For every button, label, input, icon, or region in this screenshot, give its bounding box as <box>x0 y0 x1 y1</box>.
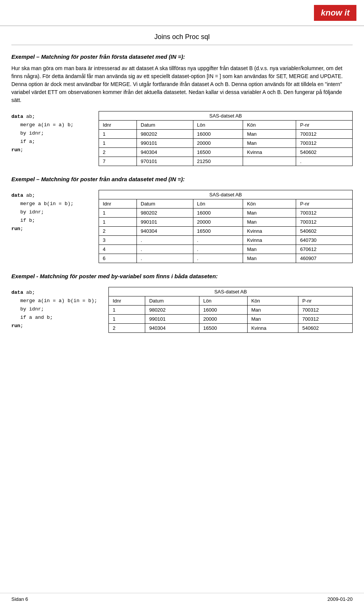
col-header-datum: Datum <box>137 121 193 130</box>
col-header-datum: Datum <box>137 199 193 208</box>
section-2: Exempel – Matchning för poster från andr… <box>11 175 353 263</box>
section-3-table: Idnr Datum Lön Kön P-nr 198020216000Man7… <box>108 296 353 333</box>
section-1-table-title: SAS-datset AB <box>99 111 353 120</box>
footer-page-label: Sidan 6 <box>11 596 28 602</box>
table-row: 198020216000Man700312 <box>99 130 353 139</box>
col-header-lon: Lön <box>193 199 243 208</box>
table-row: 3..Kvinna640730 <box>99 236 353 245</box>
section-1-table-container: SAS-datset AB Idnr Datum Lön Kön P-nr <box>99 111 353 166</box>
page-title-section: Joins och Proc sql <box>11 26 353 45</box>
col-header-pnr: P-nr <box>296 121 353 130</box>
code-keyword: run <box>11 323 20 329</box>
section-2-code: data ab; merge a b(in = b); by idnr; if … <box>11 190 87 233</box>
table-row: 797010121250. <box>99 157 353 166</box>
section-2-table: Idnr Datum Lön Kön P-nr 198020216000Man7… <box>99 199 353 263</box>
code-keyword: data <box>11 193 23 198</box>
table-row: 4..Man670612 <box>99 245 353 254</box>
code-text: ; <box>20 226 23 232</box>
section-1-code: data ab; merge a(in = a) b; by idnr; if … <box>11 111 87 154</box>
col-header-idnr: Idnr <box>109 296 145 306</box>
table-row: 199010120000Man700312 <box>109 315 353 324</box>
col-header-datum: Datum <box>145 296 199 306</box>
table-row: 198020216000Man700312 <box>109 306 353 315</box>
table-row: 294030416500Kvinna540602 <box>109 324 353 333</box>
code-keyword: run <box>11 147 20 153</box>
page-title: Joins och Proc sql <box>154 33 210 41</box>
section-2-table-title: SAS-datset AB <box>99 190 353 199</box>
code-keyword: data <box>11 114 23 119</box>
code-text: ; <box>20 147 23 153</box>
content: Exempel – Matchning för poster från förs… <box>0 45 364 350</box>
col-header-kon: Kön <box>247 296 298 306</box>
table-row: 6..Man460907 <box>99 254 353 263</box>
code-text: by idnr; <box>11 209 44 215</box>
table-row: 199010120000Man700312 <box>99 218 353 227</box>
col-header-pnr: P-nr <box>298 296 353 306</box>
code-text: merge a b(in = b); <box>11 201 74 207</box>
code-text: by idnr; <box>11 306 44 312</box>
col-header-kon: Kön <box>243 199 296 208</box>
footer-date: 2009-01-20 <box>328 596 353 602</box>
col-header-lon: Lön <box>193 121 243 130</box>
section-1-heading: Exempel – Matchning för poster från förs… <box>11 53 353 61</box>
footer: Sidan 6 2009-01-20 <box>0 593 364 605</box>
code-text: ab; <box>23 290 35 295</box>
code-text: ; <box>20 323 23 329</box>
col-header-idnr: Idnr <box>99 199 137 208</box>
section-2-table-container: SAS-datset AB Idnr Datum Lön Kön P-nr <box>99 190 353 263</box>
section-1: Exempel – Matchning för poster från förs… <box>11 53 353 166</box>
code-text: ab; <box>23 114 35 119</box>
section-1-body: Hur ska man göra om man bara är intresse… <box>11 64 353 104</box>
code-text: merge a(in = a) b(in = b); <box>11 298 97 304</box>
table-row: 294030416500Kvinna540602 <box>99 227 353 236</box>
col-header-lon: Lön <box>199 296 248 306</box>
section-2-heading: Exempel – Matchning för poster från andr… <box>11 175 353 183</box>
header: know it <box>0 0 364 26</box>
table-row: 199010120000Man700312 <box>99 139 353 148</box>
section-3-example: data ab; merge a(in = a) b(in = b); by i… <box>11 287 353 333</box>
section-3-table-container: SAS-datset AB Idnr Datum Lön Kön P-nr <box>108 287 353 333</box>
section-2-example: data ab; merge a b(in = b); by idnr; if … <box>11 190 353 263</box>
table-row: 294030416500Kvinna540602 <box>99 148 353 157</box>
col-header-idnr: Idnr <box>99 121 137 130</box>
code-text: merge a(in = a) b; <box>11 122 74 128</box>
section-1-table: Idnr Datum Lön Kön P-nr 198020216000Man7… <box>99 120 353 166</box>
section-3-table-title: SAS-datset AB <box>108 287 353 296</box>
logo-badge: know it <box>314 5 356 21</box>
section-3: Exempel - Matchning för poster med by-va… <box>11 272 353 333</box>
section-1-example: data ab; merge a(in = a) b; by idnr; if … <box>11 111 353 166</box>
section-3-code: data ab; merge a(in = a) b(in = b); by i… <box>11 287 97 330</box>
col-header-kon: Kön <box>243 121 296 130</box>
code-text: by idnr; <box>11 130 44 136</box>
code-text: ab; <box>23 193 35 198</box>
section-3-heading: Exempel - Matchning för poster med by-va… <box>11 272 353 280</box>
code-text: if a and b; <box>11 315 53 320</box>
code-keyword: data <box>11 290 23 295</box>
col-header-pnr: P-nr <box>296 199 353 208</box>
code-keyword: run <box>11 226 20 232</box>
code-text: if a; <box>11 139 35 144</box>
table-row: 198020216000Man700312 <box>99 208 353 218</box>
code-text: if b; <box>11 218 35 223</box>
